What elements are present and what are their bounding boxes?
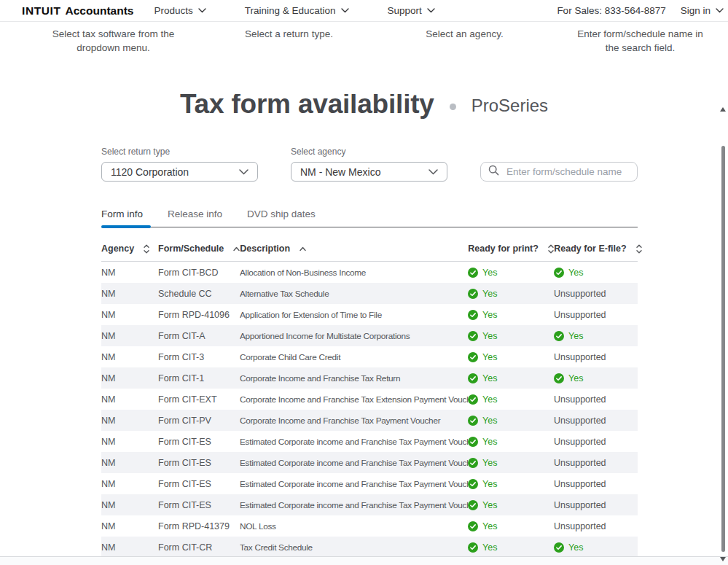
ready-for-efile-cell: Unsupported [554, 500, 638, 510]
table-row: NMForm CIT-AApportioned Income for Multi… [101, 325, 638, 346]
description-cell: Estimated Corporate income and Franchise… [240, 458, 468, 468]
tab-label: Form info [101, 209, 143, 219]
product-name: ProSeries [471, 96, 548, 116]
table-row: NMForm CIT-CRTax Credit ScheduleYesYes [101, 537, 638, 558]
agency-cell: NM [101, 352, 158, 362]
step-hint-1: Select tax software from the dropdown me… [26, 27, 201, 55]
form-schedule-cell: Form CIT-A [158, 331, 240, 341]
ready-for-print-cell: Yes [468, 394, 554, 405]
tab-label: DVD ship dates [247, 209, 316, 219]
agency-cell: NM [101, 437, 158, 447]
check-icon [554, 373, 564, 383]
sales-phone-link[interactable]: For Sales: 833-564-8877 [557, 5, 665, 16]
status-label: Yes [482, 437, 497, 447]
column-header-description[interactable]: Description [240, 243, 468, 254]
ready-for-efile-cell: Unsupported [554, 458, 638, 468]
nav-item-training-education[interactable]: Training & Education [245, 5, 349, 16]
status-label: Yes [482, 394, 497, 405]
tab-dvd-ship-dates[interactable]: DVD ship dates [247, 209, 324, 227]
ready-for-print-cell: Yes [468, 416, 554, 426]
status-label: Yes [482, 521, 497, 531]
status-label: Yes [482, 416, 497, 426]
status-label: Yes [482, 500, 497, 510]
page-bottom-strip [0, 556, 728, 565]
ready-for-print-cell: Yes [468, 331, 554, 341]
tab-form-info[interactable]: Form info [101, 209, 151, 227]
scroll-down-icon[interactable] [720, 557, 726, 561]
description-cell: Apportioned Income for Multistate Corpor… [240, 331, 468, 341]
ready-for-efile-cell: Yes [554, 268, 638, 278]
table-row: NMForm CIT-EXTCorporate Income and Franc… [101, 389, 638, 410]
column-header-form-schedule[interactable]: Form/Schedule [158, 243, 240, 254]
scrollbar[interactable] [719, 0, 727, 565]
status-label: Unsupported [554, 521, 606, 531]
ready-for-print-cell: Yes [468, 373, 554, 383]
check-icon [468, 458, 478, 468]
column-header-ready-for-e-file[interactable]: Ready for E-file? [554, 243, 641, 254]
search-input[interactable] [505, 165, 630, 178]
check-icon [554, 542, 564, 553]
scroll-up-icon[interactable] [720, 107, 726, 112]
status-label: Unsupported [554, 458, 606, 468]
step-hint-text: Enter form/schedule name in the search f… [576, 27, 705, 55]
nav-menu: Products Training & Education Support [154, 5, 473, 16]
table-row: NMForm CIT-3Corporate Child Care CreditY… [101, 346, 638, 367]
chevron-down-icon [341, 8, 349, 13]
nav-item-support[interactable]: Support [388, 5, 435, 16]
status-label: Unsupported [554, 416, 606, 426]
description-cell: Corporate Child Care Credit [240, 352, 468, 362]
form-schedule-cell: Form CIT-EXT [158, 394, 240, 405]
column-header-agency[interactable]: Agency [101, 243, 158, 254]
ready-for-print-cell: Yes [468, 458, 554, 468]
column-label: Ready for E-file? [554, 243, 626, 254]
table-row: NMForm CIT-ESEstimated Corporate income … [101, 494, 638, 515]
step-hint-text: Select a return type. [245, 27, 333, 55]
status-label: Unsupported [554, 479, 606, 489]
ready-for-efile-cell: Yes [554, 373, 638, 383]
check-icon [468, 331, 478, 341]
tab-release-info[interactable]: Release info [168, 209, 230, 227]
ready-for-print-cell: Yes [468, 542, 554, 553]
form-search-box [480, 162, 638, 182]
nav-right: For Sales: 833-564-8877 Sign in [557, 5, 724, 16]
table-body: NMForm CIT-BCDAllocation of Non-Business… [101, 262, 638, 558]
status-label: Yes [482, 289, 497, 299]
chevron-down-icon [198, 8, 206, 13]
form-schedule-cell: Form RPD-41096 [158, 310, 240, 320]
table-row: NMForm CIT-PVCorporate Income and Franch… [101, 410, 638, 431]
return-type-label: Select return type [101, 147, 258, 157]
ready-for-print-cell: Yes [468, 352, 554, 362]
intuit-accountants-logo[interactable]: INTUIT Accountants [22, 4, 133, 17]
nav-item-label: Support [388, 5, 422, 16]
description-cell: Tax Credit Schedule [240, 542, 468, 553]
table-row: NMForm RPD-41379NOL LossYesUnsupported [101, 515, 638, 537]
sort-icon [636, 244, 642, 254]
form-schedule-cell: Form CIT-CR [158, 542, 240, 553]
nav-item-label: Training & Education [245, 5, 336, 16]
nav-item-products[interactable]: Products [154, 5, 206, 16]
agency-control: Select agency NM - New Mexico [291, 147, 447, 182]
return-type-control: Select return type 1120 Corporation [101, 147, 258, 182]
sign-in-button[interactable]: Sign in [681, 5, 724, 16]
step-hint-2: Select a return type. [201, 27, 377, 55]
return-type-value: 1120 Corporation [111, 166, 189, 178]
ready-for-efile-cell: Yes [554, 331, 638, 341]
status-label: Yes [568, 542, 583, 553]
top-navbar: INTUIT Accountants Products Training & E… [0, 0, 728, 22]
column-header-ready-for-print[interactable]: Ready for print? [468, 243, 554, 254]
step-hint-3: Select an agency. [377, 27, 552, 55]
check-icon [468, 416, 478, 426]
status-label: Unsupported [554, 437, 606, 447]
return-type-select[interactable]: 1120 Corporation [101, 162, 258, 182]
form-schedule-cell: Form CIT-1 [158, 373, 240, 383]
description-cell: Corporate Income and Franchise Tax Retur… [240, 373, 468, 383]
agency-value: NM - New Mexico [300, 166, 380, 178]
agency-select[interactable]: NM - New Mexico [291, 162, 447, 182]
agency-cell: NM [101, 542, 158, 553]
status-label: Unsupported [554, 289, 606, 299]
form-schedule-cell: Form CIT-ES [158, 458, 240, 468]
scroll-thumb[interactable] [721, 146, 725, 552]
form-schedule-cell: Form RPD-41379 [158, 521, 240, 531]
description-cell: Corporate Income and Franchise Tax Payme… [240, 416, 468, 426]
status-label: Yes [482, 458, 497, 468]
